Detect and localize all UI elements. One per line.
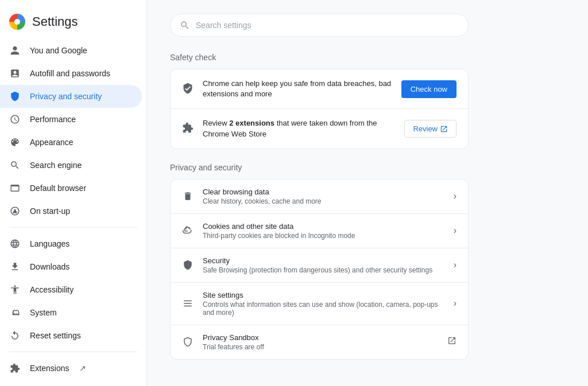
search-input[interactable]	[196, 21, 459, 30]
sidebar-label-search-engine: Search engine	[30, 161, 82, 170]
sidebar-label-autofill: Autofill and passwords	[30, 69, 110, 78]
privacy-security-section: Privacy and security Clear browsing data…	[170, 163, 565, 360]
sidebar: Settings You and Google Autofill and pas…	[0, 0, 147, 386]
sidebar-item-about-chrome[interactable]: About Chrome	[0, 380, 142, 386]
sidebar-item-you-and-google[interactable]: You and Google	[0, 39, 142, 62]
sidebar-label-accessibility: Accessibility	[30, 285, 74, 294]
privacy-item-clear-browsing[interactable]: Clear browsing data Clear history, cooki…	[171, 180, 468, 213]
chrome-logo-icon	[9, 14, 25, 30]
sidebar-item-extensions[interactable]: Extensions ↗	[0, 357, 142, 380]
sidebar-item-autofill[interactable]: Autofill and passwords	[0, 62, 142, 85]
sidebar-item-performance[interactable]: Performance	[0, 108, 142, 131]
privacy-item-cookies[interactable]: Cookies and other site data Third-party …	[171, 213, 468, 248]
shield-icon	[9, 91, 21, 102]
search-engine-icon	[9, 159, 21, 171]
safety-text-data-breaches: Chrome can help keep you safe from data …	[203, 79, 392, 99]
sidebar-divider-1	[9, 227, 137, 228]
safety-text-extensions: Review 2 extensions that were taken down…	[203, 118, 395, 139]
sidebar-divider-2	[9, 352, 137, 352]
appearance-icon	[9, 137, 21, 148]
chevron-right-icon-3: ›	[454, 298, 457, 309]
privacy-item-content-sandbox: Privacy Sandbox Trial features are off	[203, 333, 438, 351]
person-icon	[9, 45, 21, 56]
sidebar-label-extensions: Extensions	[30, 364, 69, 373]
chevron-right-icon-1: ›	[454, 225, 457, 236]
privacy-card: Clear browsing data Clear history, cooki…	[170, 179, 469, 360]
main-content: Safety check Chrome can help keep you sa…	[147, 0, 588, 386]
cookie-icon	[182, 225, 194, 236]
safety-check-card: Chrome can help keep you safe from data …	[170, 69, 469, 149]
security-shield-icon	[182, 259, 194, 271]
sidebar-item-languages[interactable]: Languages	[0, 232, 142, 255]
review-button[interactable]: Review	[404, 120, 457, 138]
app-title: Settings	[0, 9, 146, 39]
privacy-item-content-site-settings: Site settings Controls what information …	[203, 291, 444, 317]
sidebar-item-default-browser[interactable]: Default browser	[0, 177, 142, 200]
external-link-icon: ↗	[79, 364, 86, 373]
safety-item-extensions-review: Review 2 extensions that were taken down…	[171, 108, 468, 148]
puzzle-icon	[182, 122, 194, 135]
sidebar-label-languages: Languages	[30, 239, 69, 248]
sidebar-item-reset-settings[interactable]: Reset settings	[0, 324, 142, 347]
autofill-icon	[9, 68, 21, 79]
sidebar-item-system[interactable]: System	[0, 301, 142, 324]
sidebar-label-appearance: Appearance	[30, 138, 74, 147]
privacy-sandbox-icon	[182, 336, 194, 348]
trash-icon	[182, 190, 194, 202]
privacy-item-sandbox[interactable]: Privacy Sandbox Trial features are off	[171, 325, 468, 359]
search-icon	[180, 20, 190, 30]
safety-check-section: Safety check Chrome can help keep you sa…	[170, 53, 565, 149]
site-settings-icon	[182, 298, 194, 309]
privacy-item-content-cookies: Cookies and other site data Third-party …	[203, 222, 444, 240]
browser-icon	[9, 182, 21, 194]
privacy-item-security[interactable]: Security Safe Browsing (protection from …	[171, 248, 468, 282]
sidebar-label-default-browser: Default browser	[30, 184, 86, 193]
sidebar-item-privacy[interactable]: Privacy and security	[0, 85, 142, 108]
sidebar-item-appearance[interactable]: Appearance	[0, 131, 142, 154]
check-now-button[interactable]: Check now	[401, 80, 457, 98]
chevron-right-icon-0: ›	[454, 191, 457, 201]
sidebar-label-reset-settings: Reset settings	[30, 331, 81, 340]
chevron-right-icon-2: ›	[454, 260, 457, 270]
external-link-icon-sandbox	[447, 336, 457, 348]
reset-icon	[9, 330, 21, 341]
privacy-item-content-clear: Clear browsing data Clear history, cooki…	[203, 188, 444, 205]
sidebar-label-privacy: Privacy and security	[30, 92, 102, 101]
sidebar-label-you-and-google: You and Google	[30, 46, 87, 55]
extensions-icon	[9, 362, 21, 374]
system-icon	[9, 307, 21, 318]
sidebar-item-accessibility[interactable]: Accessibility	[0, 278, 142, 301]
privacy-section-title: Privacy and security	[170, 163, 565, 172]
safety-check-title: Safety check	[170, 53, 565, 62]
globe-icon	[9, 238, 21, 249]
sidebar-label-system: System	[30, 308, 57, 317]
performance-icon	[9, 114, 21, 125]
startup-icon	[9, 205, 21, 217]
search-bar[interactable]	[170, 14, 469, 37]
sidebar-label-on-startup: On start-up	[30, 206, 70, 216]
sidebar-label-downloads: Downloads	[30, 262, 69, 271]
accessibility-icon	[9, 284, 21, 295]
safety-item-data-breaches: Chrome can help keep you safe from data …	[171, 69, 468, 108]
sidebar-item-on-startup[interactable]: On start-up	[0, 200, 142, 223]
privacy-item-content-security: Security Safe Browsing (protection from …	[203, 256, 444, 274]
shield-check-icon	[182, 83, 194, 96]
privacy-item-site-settings[interactable]: Site settings Controls what information …	[171, 282, 468, 325]
sidebar-item-search-engine[interactable]: Search engine	[0, 154, 142, 177]
sidebar-item-downloads[interactable]: Downloads	[0, 255, 142, 278]
download-icon	[9, 261, 21, 272]
sidebar-label-performance: Performance	[30, 115, 76, 124]
